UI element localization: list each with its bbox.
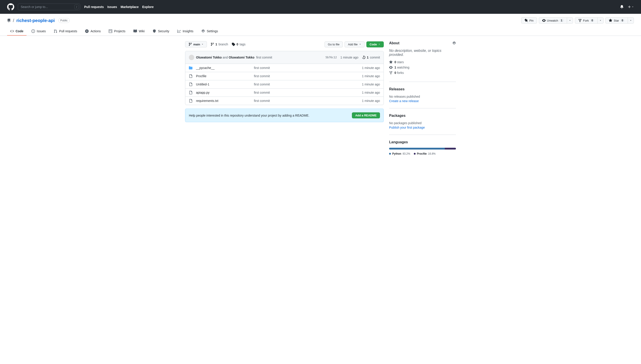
publish-package-link[interactable]: Publish your first package [389, 126, 425, 129]
caret-down-icon [201, 43, 204, 46]
play-icon [85, 29, 89, 33]
github-logo[interactable] [7, 3, 14, 10]
add-readme-button[interactable]: Add a README [352, 112, 380, 118]
history-icon [362, 56, 366, 59]
tab-projects[interactable]: Projects [106, 27, 129, 36]
commits-count-label: commit [370, 56, 380, 59]
star-button[interactable]: Star 0 [605, 17, 628, 24]
search-input[interactable] [18, 4, 80, 10]
pull-request-icon [54, 29, 57, 33]
star-count: 0 [620, 19, 624, 22]
tab-wiki[interactable]: Wiki [130, 27, 148, 36]
book-icon [133, 29, 137, 33]
watch-menu-caret[interactable] [567, 17, 573, 24]
graph-icon [177, 29, 181, 33]
tab-settings-label: Settings [207, 29, 218, 33]
releases-heading[interactable]: Releases [389, 87, 456, 91]
visibility-badge: Public [58, 18, 70, 23]
fork-icon [389, 71, 393, 74]
language-bar-segment[interactable] [445, 148, 456, 150]
file-name-link[interactable]: apiapp.py [196, 91, 210, 94]
language-legend-item[interactable]: Python 83.2% [389, 152, 410, 155]
forks-stat[interactable]: 0 forks [389, 71, 456, 74]
file-name-link[interactable]: Untitled-1 [196, 82, 209, 86]
add-file-button[interactable]: Add file [345, 42, 364, 48]
unwatch-button[interactable]: Unwatch 1 [539, 17, 567, 24]
file-commit-msg[interactable]: first commit [254, 91, 362, 94]
star-icon [609, 19, 612, 22]
tab-actions[interactable]: Actions [82, 27, 104, 36]
fork-menu-caret[interactable] [597, 17, 603, 24]
file-commit-msg[interactable]: first commit [254, 74, 362, 78]
code-button-label: Code [370, 43, 377, 46]
about-section: About No description, website, or topics… [389, 41, 456, 82]
file-name-link[interactable]: Procfile [196, 74, 206, 78]
branch-name: main [193, 43, 200, 46]
notifications-icon[interactable] [620, 5, 624, 9]
file-rows: __pycache__first commit1 minute agoProcf… [185, 64, 384, 105]
branch-count-label: branch [218, 42, 228, 46]
commits-link[interactable]: 1 commit [362, 56, 380, 59]
topnav-links: Pull requests Issues Marketplace Explore [84, 5, 154, 9]
language-bar-segment[interactable] [389, 148, 445, 150]
tab-security[interactable]: Security [149, 27, 172, 36]
language-legend-item[interactable]: Procfile 16.8% [414, 152, 436, 155]
file-name-link[interactable]: __pycache__ [196, 66, 214, 70]
pin-button[interactable]: Pin [521, 17, 537, 24]
nav-issues[interactable]: Issues [107, 5, 117, 9]
tab-pulls-label: Pull requests [59, 29, 77, 33]
file-commit-msg[interactable]: first commit [254, 99, 362, 102]
fork-button[interactable]: Fork 0 [575, 17, 598, 24]
about-settings-icon[interactable] [452, 42, 456, 45]
nav-pull-requests[interactable]: Pull requests [84, 5, 104, 9]
tab-settings[interactable]: Settings [198, 27, 221, 36]
tags-link[interactable]: 0 tags [232, 42, 245, 46]
branch-icon [210, 42, 214, 46]
file-commit-msg[interactable]: first commit [254, 66, 362, 70]
commit-sha[interactable]: 5b76c12 [326, 56, 337, 59]
file-icon [189, 74, 192, 78]
stars-count: 0 [395, 60, 396, 64]
commit-author-2[interactable]: Oluwatomi Tokko [229, 56, 255, 59]
code-download-button[interactable]: Code [366, 42, 384, 48]
file-commit-time: 1 minute ago [362, 74, 380, 78]
tab-insights[interactable]: Insights [174, 27, 196, 36]
file-row: Untitled-1first commit1 minute ago [185, 80, 384, 88]
tab-code[interactable]: Code [7, 27, 27, 36]
file-icon [189, 99, 192, 102]
star-menu-caret[interactable] [628, 17, 634, 24]
author-avatar[interactable] [189, 55, 194, 60]
language-name: Procfile [417, 152, 427, 155]
packages-heading[interactable]: Packages [389, 114, 456, 118]
file-name-link[interactable]: requirements.txt [196, 99, 218, 102]
file-commit-time: 1 minute ago [362, 82, 380, 86]
tab-code-label: Code [16, 29, 23, 33]
container: main 1 branch 0 tags Go to file Add file [178, 36, 463, 171]
about-description: No description, website, or topics provi… [389, 49, 456, 57]
create-new-menu[interactable] [628, 5, 634, 9]
commit-time: 1 minute ago [340, 56, 358, 59]
commit-author-1[interactable]: Oluwatomi Tokko [196, 56, 222, 59]
commit-message[interactable]: first commit [256, 56, 272, 59]
file-commit-msg[interactable]: first commit [254, 82, 362, 86]
caret-down-icon [378, 43, 380, 46]
caret-down-icon [599, 19, 601, 22]
create-release-link[interactable]: Create a new release [389, 99, 419, 103]
go-to-file-button[interactable]: Go to file [325, 42, 343, 48]
tab-issues[interactable]: Issues [28, 27, 49, 36]
owner-slash: / [13, 18, 14, 23]
tab-issues-label: Issues [37, 29, 46, 33]
tab-pulls[interactable]: Pull requests [51, 27, 80, 36]
tag-count: 0 [236, 42, 238, 46]
repo-icon [7, 19, 11, 22]
sidebar: About No description, website, or topics… [389, 41, 456, 166]
watching-stat[interactable]: 1 watching [389, 66, 456, 69]
file-listing-box: Oluwatomi Tokko and Oluwatomi Tokko firs… [185, 51, 384, 105]
stars-stat[interactable]: 0 stars [389, 60, 456, 64]
branch-select-button[interactable]: main [185, 41, 207, 48]
branches-link[interactable]: 1 branch [210, 42, 228, 46]
file-icon [189, 82, 192, 86]
nav-marketplace[interactable]: Marketplace [121, 5, 139, 9]
repo-name-link[interactable]: richest-people-api [17, 18, 55, 23]
nav-explore[interactable]: Explore [142, 5, 153, 9]
